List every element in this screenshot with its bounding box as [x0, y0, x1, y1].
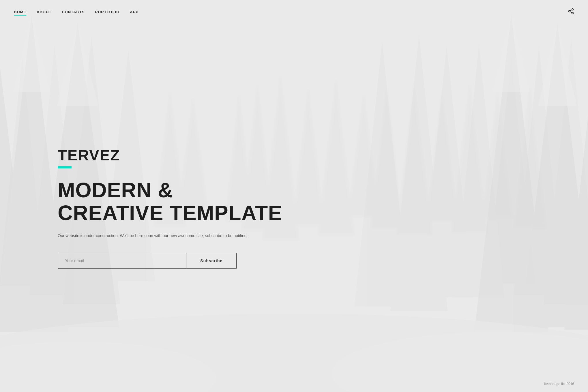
- page-wrapper: HOME ABOUT CONTACTS PORTFOLIO APP: [0, 0, 588, 392]
- subscribe-form: Subscribe: [58, 253, 237, 269]
- nav-item-contacts[interactable]: CONTACTS: [62, 9, 85, 14]
- headline-line1: MODERN &: [58, 179, 173, 202]
- nav-link-home[interactable]: HOME: [14, 10, 26, 16]
- nav-item-home[interactable]: HOME: [14, 9, 26, 14]
- nav-link-app[interactable]: APP: [130, 10, 138, 14]
- nav-link-contacts[interactable]: CONTACTS: [62, 10, 85, 14]
- headline-line2: CREATIVE TEMPLATE: [58, 201, 282, 224]
- nav-item-about[interactable]: ABOUT: [37, 9, 51, 14]
- nav-link-portfolio[interactable]: PORTFOLIO: [95, 10, 119, 14]
- svg-line-43: [570, 12, 572, 13]
- navigation: HOME ABOUT CONTACTS PORTFOLIO APP: [0, 0, 588, 24]
- svg-line-44: [570, 10, 572, 11]
- subscribe-button[interactable]: Subscribe: [186, 253, 237, 269]
- hero-subtitle: Our website is under construction. We'll…: [58, 232, 254, 239]
- footer: Itembridge llc. 2016: [0, 375, 588, 392]
- nav-link-about[interactable]: ABOUT: [37, 10, 51, 14]
- hero-content: TERVEZ MODERN & CREATIVE TEMPLATE Our we…: [0, 24, 588, 375]
- share-icon[interactable]: [568, 8, 574, 16]
- brand-title: TERVEZ: [58, 148, 530, 163]
- main-headline: MODERN & CREATIVE TEMPLATE: [58, 179, 530, 224]
- email-input[interactable]: [58, 253, 186, 269]
- footer-copyright: Itembridge llc. 2016: [544, 382, 574, 386]
- nav-item-app[interactable]: APP: [130, 9, 138, 14]
- nav-item-portfolio[interactable]: PORTFOLIO: [95, 9, 119, 14]
- nav-links: HOME ABOUT CONTACTS PORTFOLIO APP: [14, 9, 138, 14]
- accent-bar: [58, 166, 72, 168]
